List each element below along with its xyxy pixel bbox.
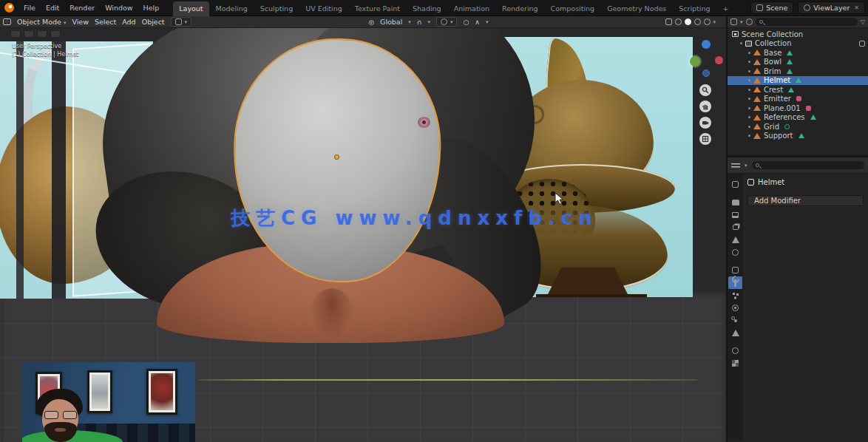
properties-tab-physics[interactable] bbox=[728, 302, 742, 314]
expand-dot-icon[interactable] bbox=[748, 107, 750, 109]
expand-dot-icon[interactable] bbox=[748, 116, 750, 118]
menu-item[interactable]: Help bbox=[138, 2, 165, 13]
expand-dot-icon[interactable] bbox=[748, 126, 750, 128]
workspace-tab[interactable]: UV Editing bbox=[299, 1, 348, 16]
snap-target-dropdown[interactable]: ▾ bbox=[436, 17, 458, 27]
view-layer-close-icon[interactable]: ✕ bbox=[854, 4, 859, 11]
outliner-row[interactable]: Base bbox=[728, 48, 868, 58]
3d-viewport[interactable]: User Perspective (1) Collection | Helmet… bbox=[0, 28, 726, 442]
workspace-tab[interactable]: Modeling bbox=[210, 1, 254, 16]
outliner-row[interactable]: Helmet bbox=[728, 76, 868, 86]
properties-tab-output[interactable] bbox=[728, 208, 742, 221]
outliner-row[interactable]: Crest bbox=[728, 85, 868, 95]
workspace-tab[interactable]: Compositing bbox=[545, 1, 601, 16]
outliner-search-input[interactable] bbox=[756, 18, 858, 26]
properties-tab-icon bbox=[732, 212, 739, 218]
tool-button-4[interactable] bbox=[50, 30, 61, 38]
outliner-row[interactable]: Scene Collection bbox=[728, 30, 868, 39]
workspace-tab[interactable]: Texture Paint bbox=[349, 1, 406, 16]
perspective-toggle-button[interactable] bbox=[699, 133, 711, 145]
shading-dropdown-icon[interactable]: ▾ bbox=[713, 19, 716, 25]
tool-button-2[interactable] bbox=[24, 30, 34, 38]
shading-rendered-toggle[interactable] bbox=[704, 18, 711, 25]
expand-dot-icon[interactable] bbox=[748, 52, 750, 54]
axis-negz-handle[interactable] bbox=[702, 69, 710, 77]
tool-button-3[interactable] bbox=[37, 30, 47, 38]
properties-tab-tool[interactable] bbox=[728, 178, 742, 191]
outliner-row[interactable]: Collection bbox=[728, 39, 868, 49]
navigation-gizmo[interactable] bbox=[684, 38, 726, 77]
workspace-tab[interactable]: Animation bbox=[448, 1, 495, 16]
axis-y-handle[interactable] bbox=[690, 56, 700, 67]
add-modifier-button[interactable]: Add Modifier bbox=[747, 195, 864, 206]
properties-tab-data[interactable] bbox=[728, 327, 742, 339]
properties-tab-modifiers[interactable] bbox=[728, 276, 742, 289]
menu-item[interactable]: Edit bbox=[41, 2, 64, 13]
workspace-tab[interactable]: Rendering bbox=[496, 1, 544, 16]
expand-dot-icon[interactable] bbox=[748, 135, 750, 137]
expand-dot-icon[interactable] bbox=[748, 79, 750, 81]
workspace-tab[interactable]: + bbox=[717, 1, 735, 16]
viewport-menu-item[interactable]: Select bbox=[95, 18, 116, 26]
properties-tab-world[interactable] bbox=[728, 246, 742, 259]
small-ornament-object[interactable] bbox=[418, 117, 430, 128]
outliner-row[interactable]: References bbox=[728, 113, 868, 123]
filter-funnel-icon[interactable]: ▽ bbox=[861, 18, 865, 25]
shading-solid-toggle[interactable] bbox=[685, 18, 691, 25]
shading-wireframe-toggle[interactable] bbox=[675, 18, 682, 25]
outliner-row[interactable]: Brim bbox=[728, 67, 868, 76]
editor-type-icon[interactable] bbox=[3, 18, 11, 25]
viewport-menu-item[interactable]: Add bbox=[122, 18, 135, 26]
workspace-tab[interactable]: Sculpting bbox=[254, 1, 299, 16]
outliner-row[interactable]: Support bbox=[728, 132, 868, 141]
properties-tab-object[interactable] bbox=[728, 264, 742, 276]
properties-editor-icon[interactable] bbox=[731, 162, 740, 169]
workspace-tab[interactable]: Layout bbox=[173, 1, 208, 16]
axis-z-handle[interactable] bbox=[702, 40, 711, 49]
outliner-filter-type-icon[interactable] bbox=[746, 18, 753, 25]
expand-dot-icon[interactable] bbox=[748, 98, 750, 100]
properties-tab-texture[interactable] bbox=[728, 357, 742, 370]
expand-dot-icon[interactable] bbox=[748, 70, 750, 72]
workspace-tab[interactable]: Geometry Nodes bbox=[601, 1, 672, 16]
menu-item[interactable]: Render bbox=[64, 2, 100, 13]
xray-toggle[interactable] bbox=[665, 18, 672, 25]
object-data-badge-icon bbox=[799, 133, 804, 138]
properties-tab-constraints[interactable] bbox=[728, 314, 742, 327]
viewport-menu-item[interactable]: View bbox=[72, 18, 89, 26]
zoom-button[interactable] bbox=[699, 84, 711, 96]
workspace-tab[interactable]: Scripting bbox=[673, 1, 716, 16]
camera-view-button[interactable] bbox=[699, 117, 711, 129]
menu-item[interactable]: File bbox=[18, 2, 41, 13]
properties-tab-scene[interactable] bbox=[728, 234, 742, 246]
outliner-row[interactable]: Plane.001 bbox=[728, 103, 868, 113]
blender-logo-icon[interactable] bbox=[4, 3, 14, 13]
scene-selector[interactable]: Scene bbox=[750, 1, 793, 14]
expand-dot-icon[interactable] bbox=[748, 89, 750, 91]
workspace-tab[interactable]: Shading bbox=[407, 1, 447, 16]
properties-tab-material[interactable] bbox=[728, 344, 742, 357]
snapping-controls[interactable]: ∩▾ ▾ bbox=[417, 17, 458, 27]
viewport-menu-item[interactable]: Object bbox=[142, 18, 165, 26]
view-layer-selector[interactable]: ViewLayer ✕ bbox=[798, 1, 865, 14]
transform-orientation-dropdown[interactable]: ◎ Global▾ bbox=[368, 18, 411, 26]
outliner-row[interactable]: Bowl bbox=[728, 58, 868, 67]
properties-search-input[interactable] bbox=[752, 161, 864, 169]
axis-x-handle[interactable] bbox=[715, 56, 723, 64]
shading-material-toggle[interactable] bbox=[694, 18, 701, 25]
pan-hand-button[interactable] bbox=[699, 101, 711, 112]
menu-item[interactable]: Window bbox=[100, 2, 138, 13]
outliner-display-mode-icon[interactable] bbox=[730, 18, 737, 25]
proportional-edit-controls[interactable]: ○ ∧▾ bbox=[463, 18, 488, 26]
properties-tab-particles[interactable] bbox=[728, 289, 742, 302]
outliner-row[interactable]: Grid bbox=[728, 122, 868, 132]
tool-options-dropdown[interactable]: ▾ bbox=[171, 17, 192, 27]
expand-dot-icon[interactable] bbox=[740, 42, 742, 44]
tool-button-1[interactable] bbox=[10, 30, 21, 38]
properties-tab-render[interactable] bbox=[728, 196, 742, 208]
mode-dropdown[interactable]: Object Mode ▾ bbox=[17, 18, 66, 26]
collection-exclude-checkbox[interactable] bbox=[859, 41, 865, 47]
expand-dot-icon[interactable] bbox=[748, 61, 750, 63]
outliner-row[interactable]: Emitter bbox=[728, 95, 868, 104]
properties-tab-view-layer[interactable] bbox=[728, 221, 742, 234]
